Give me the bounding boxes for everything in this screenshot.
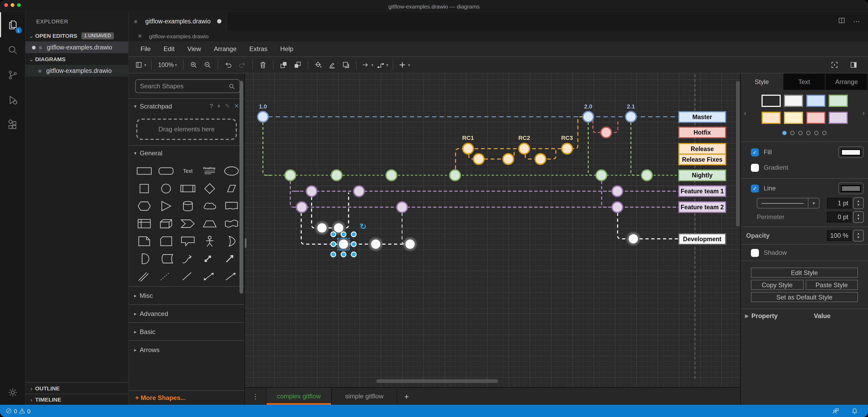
breadcrumb[interactable]: ≡ gitflow-examples.drawio (129, 30, 868, 41)
copy-style-button[interactable]: Copy Style (751, 280, 803, 290)
perimeter-stepper[interactable]: 0 pt ▲▼ (827, 211, 864, 223)
shape-triangle[interactable] (155, 198, 177, 214)
shape-link[interactable] (133, 268, 155, 284)
activity-item-explorer[interactable]: 1 (0, 12, 25, 37)
branch-label-release[interactable]: Release (679, 143, 726, 154)
commit-node[interactable] (285, 170, 296, 181)
diagram-canvas[interactable]: MasterHotfixReleaseRelease FixesNightlyF… (245, 73, 740, 387)
shape-document[interactable] (220, 198, 242, 214)
split-editor-icon[interactable] (838, 16, 846, 26)
commit-node[interactable] (503, 154, 514, 164)
shape-or[interactable] (220, 233, 242, 249)
branch-edge[interactable] (618, 213, 679, 239)
problems-indicator[interactable]: 0 0 (5, 408, 31, 414)
preset-page-dot[interactable] (790, 131, 795, 135)
presets-next-icon[interactable]: › (862, 109, 865, 117)
branch-label-feature-team-1[interactable]: Feature team 1 (679, 186, 726, 196)
selection-handle[interactable] (351, 242, 356, 247)
style-preset-swatch[interactable] (806, 112, 825, 124)
activity-item-run-debug[interactable] (0, 87, 25, 112)
commit-node[interactable] (386, 170, 397, 181)
branch-edge[interactable] (631, 122, 640, 175)
selection-handle[interactable] (341, 252, 346, 257)
toolbar-zoom-out-icon[interactable] (201, 58, 215, 72)
activity-item-search[interactable] (0, 37, 25, 62)
line-color-swatch[interactable] (838, 183, 864, 194)
toolbar-format-panel-icon[interactable] (847, 58, 861, 72)
preset-page-dot[interactable] (798, 131, 803, 135)
fill-checkbox[interactable]: ✓ (751, 148, 759, 156)
toolbar-zoom-in-icon[interactable] (187, 58, 201, 72)
editor-tab[interactable]: ≡ gitflow-examples.drawio (129, 12, 227, 30)
add-page-button[interactable]: + (397, 388, 416, 405)
opacity-stepper[interactable]: 100 % ▲▼ (827, 230, 864, 242)
style-preset-swatch[interactable] (828, 95, 847, 107)
commit-node[interactable] (612, 186, 623, 196)
selection-handle[interactable] (351, 252, 356, 257)
branch-label-development[interactable]: Development (679, 234, 726, 245)
presets-prev-icon[interactable]: ‹ (744, 109, 746, 117)
commit-node[interactable] (535, 154, 546, 164)
toolbar-delete-icon[interactable] (256, 58, 270, 72)
branch-edge[interactable] (602, 191, 611, 207)
edit-style-button[interactable]: Edit Style (751, 267, 858, 278)
open-editors-header[interactable]: ⌄ OPEN EDITORS 1 UNSAVED (26, 30, 128, 41)
commit-node[interactable] (473, 154, 484, 164)
toolbar-fill-color-icon[interactable] (312, 58, 326, 72)
shape-note[interactable] (133, 233, 155, 249)
menu-view[interactable]: View (181, 45, 208, 53)
commit-node[interactable] (628, 233, 639, 244)
shape-search[interactable] (135, 79, 240, 93)
line-checkbox[interactable]: ✓ (751, 184, 759, 192)
commit-node[interactable] (596, 170, 607, 181)
timeline-section[interactable]: › TIMELINE (26, 394, 128, 405)
branch-label-nightly[interactable]: Nightly (679, 170, 726, 181)
shape-data-storage[interactable] (155, 251, 177, 266)
toolbar-fullscreen-icon[interactable] (828, 58, 841, 72)
section-misc[interactable]: ▸Misc (129, 286, 244, 304)
more-actions-icon[interactable]: ⋯ (853, 17, 861, 25)
scratchpad-edit-icon[interactable]: ✎ (225, 103, 230, 109)
commit-node[interactable] (405, 239, 415, 250)
style-preset-swatch[interactable] (761, 112, 780, 124)
menu-arrange[interactable]: Arrange (208, 45, 243, 53)
format-tab-text[interactable]: Text (783, 73, 826, 90)
line-width-stepper[interactable]: 1 pt ▲▼ (827, 197, 864, 209)
shape-hexagon[interactable] (133, 198, 155, 214)
branch-label-release-fixes[interactable]: Release Fixes (679, 154, 726, 165)
style-preset-swatch[interactable] (828, 112, 847, 124)
pages-menu-icon[interactable]: ⋮ (245, 388, 266, 405)
commit-node[interactable] (450, 170, 460, 181)
branch-label-feature-team-2[interactable]: Feature team 2 (679, 202, 726, 213)
menu-extras[interactable]: Extras (243, 45, 274, 53)
shape-curve[interactable] (177, 251, 198, 266)
style-preset-swatch[interactable] (761, 95, 780, 107)
preset-page-dot[interactable] (822, 131, 827, 135)
scratchpad-help-icon[interactable]: ? (210, 103, 213, 109)
commit-node[interactable] (562, 143, 572, 154)
commit-node[interactable] (583, 111, 594, 122)
commit-node[interactable] (601, 127, 612, 138)
menu-help[interactable]: Help (274, 45, 300, 53)
shape-ellipse[interactable] (220, 163, 242, 179)
shape-cylinder[interactable] (177, 198, 198, 214)
toolbar-to-back-icon[interactable] (291, 58, 305, 72)
set-default-style-button[interactable]: Set as Default Style (751, 292, 858, 302)
commit-node[interactable] (306, 186, 317, 196)
toolbar-redo-icon[interactable] (236, 58, 249, 72)
activity-item-extensions[interactable] (0, 112, 25, 137)
shape-parallelogram[interactable] (220, 181, 242, 196)
shape-circle[interactable] (155, 181, 177, 196)
shape-rounded-rectangle[interactable] (155, 163, 177, 179)
menu-edit[interactable]: Edit (157, 45, 181, 53)
maximize-window-icon[interactable] (17, 3, 21, 7)
shape-trapezoid[interactable] (198, 216, 220, 231)
toolbar-undo-icon[interactable] (222, 58, 236, 72)
selection-handle[interactable] (331, 242, 336, 247)
commit-node[interactable] (612, 202, 623, 213)
commit-node[interactable] (257, 111, 268, 122)
activity-item-source-control[interactable] (0, 62, 25, 87)
format-tab-arrange[interactable]: Arrange (826, 73, 868, 90)
style-preset-swatch[interactable] (784, 95, 803, 107)
diagram-file-item[interactable]: ≡ gitflow-examples.drawio (26, 65, 128, 76)
